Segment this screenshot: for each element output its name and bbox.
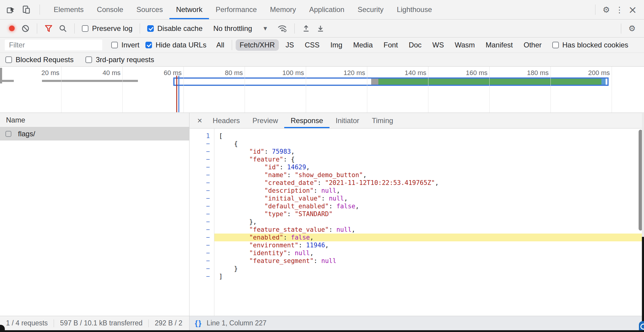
has-blocked-cookies-toggle[interactable]: Has blocked cookies <box>552 41 628 49</box>
detail-tab-initiator[interactable]: Initiator <box>329 113 366 128</box>
clear-button[interactable] <box>21 24 30 33</box>
hide-data-urls-toggle[interactable]: Hide data URLs <box>145 41 206 49</box>
invert-label: Invert <box>121 41 139 49</box>
line-number[interactable]: − <box>189 241 214 249</box>
blocked-requests-checkbox[interactable] <box>5 56 12 63</box>
export-har-icon[interactable] <box>316 24 325 33</box>
third-party-toggle[interactable]: 3rd-party requests <box>85 56 154 64</box>
timeline-label: 60 ms <box>139 69 182 77</box>
detail-tab-timing[interactable]: Timing <box>365 113 399 128</box>
filter-type-other[interactable]: Other <box>520 39 545 51</box>
line-number[interactable]: − <box>189 218 214 226</box>
has-blocked-cookies-checkbox[interactable] <box>552 42 559 48</box>
tab-security[interactable]: Security <box>351 0 390 19</box>
filter-type-js[interactable]: JS <box>282 39 298 51</box>
throttling-dropdown[interactable]: No throttling ▼ <box>208 24 267 33</box>
network-overview-timeline[interactable]: 20 ms40 ms60 ms80 ms100 ms120 ms140 ms16… <box>0 67 644 113</box>
line-number[interactable]: − <box>189 148 214 155</box>
blocked-requests-toggle[interactable]: Blocked Requests <box>5 56 73 64</box>
code-text: "enabled": false, <box>214 234 644 241</box>
status-item: 1 / 4 requests <box>6 319 48 327</box>
search-icon[interactable] <box>59 24 67 33</box>
tab-sources[interactable]: Sources <box>130 0 169 19</box>
filter-type-media[interactable]: Media <box>349 39 377 51</box>
code-text: "name": "show_demo_button", <box>214 171 644 179</box>
line-number[interactable]: − <box>189 171 214 179</box>
invert-checkbox[interactable] <box>111 42 118 48</box>
cursor-position-label: Line 1, Column 227 <box>207 319 266 327</box>
filter-type-ws[interactable]: WS <box>428 39 448 51</box>
filter-type-img[interactable]: Img <box>326 39 346 51</box>
filter-type-font[interactable]: Font <box>380 39 402 51</box>
line-number[interactable]: − <box>189 187 214 195</box>
request-checkbox[interactable] <box>5 131 11 137</box>
window-edge <box>642 237 644 332</box>
close-devtools-icon[interactable]: × <box>626 3 639 16</box>
table-row-flags[interactable]: flags/ <box>0 127 189 140</box>
invert-toggle[interactable]: Invert <box>111 41 139 49</box>
import-har-icon[interactable] <box>302 24 310 33</box>
detail-tab-response[interactable]: Response <box>284 113 329 128</box>
code-line: − "created_date": "2021-11-12T10:22:53.4… <box>189 179 644 187</box>
disable-cache-checkbox[interactable] <box>147 25 154 32</box>
code-text: "identity": null, <box>214 249 644 257</box>
format-braces-icon[interactable]: { } <box>195 319 201 327</box>
settings-gear-icon[interactable]: ⚙ <box>600 3 613 16</box>
hide-data-urls-checkbox[interactable] <box>145 42 152 48</box>
response-body-viewer[interactable]: 1[− {− "id": 75983,− "feature": {− "id":… <box>189 128 644 316</box>
name-column-label: Name <box>6 116 25 124</box>
disable-cache-toggle[interactable]: Disable cache <box>147 24 203 33</box>
tab-memory[interactable]: Memory <box>264 0 303 19</box>
line-number[interactable]: − <box>189 273 214 280</box>
line-number[interactable]: − <box>189 234 214 241</box>
code-line: −] <box>189 273 644 280</box>
line-number[interactable]: − <box>189 210 214 218</box>
line-number[interactable]: − <box>189 249 214 257</box>
tab-performance[interactable]: Performance <box>209 0 263 19</box>
line-number[interactable]: − <box>189 226 214 234</box>
line-number[interactable]: − <box>189 140 214 148</box>
preserve-log-checkbox[interactable] <box>82 25 88 32</box>
filter-toggle-icon[interactable] <box>44 24 53 33</box>
inspect-element-icon[interactable] <box>4 3 17 16</box>
timeline-label: 140 ms <box>383 69 426 77</box>
filter-type-wasm[interactable]: Wasm <box>451 39 479 51</box>
tab-application[interactable]: Application <box>303 0 351 19</box>
timeline-gridline <box>61 67 61 113</box>
tab-console[interactable]: Console <box>90 0 130 19</box>
device-toolbar-icon[interactable] <box>20 3 33 16</box>
more-menu-icon[interactable]: ⋮ <box>613 3 626 16</box>
line-number[interactable]: − <box>189 202 214 210</box>
window-edge <box>0 330 644 332</box>
record-button[interactable] <box>9 26 15 31</box>
close-detail-icon[interactable]: × <box>193 113 206 128</box>
line-number[interactable]: − <box>189 195 214 202</box>
filter-type-doc[interactable]: Doc <box>405 39 425 51</box>
line-number[interactable]: − <box>189 179 214 187</box>
preserve-log-toggle[interactable]: Preserve log <box>82 24 133 33</box>
filter-type-all[interactable]: All <box>212 39 228 51</box>
detail-tab-headers[interactable]: Headers <box>206 113 246 128</box>
detail-tab-preview[interactable]: Preview <box>246 113 284 128</box>
line-number[interactable]: − <box>189 265 214 273</box>
timeline-gridline <box>612 67 612 113</box>
network-settings-gear-icon[interactable]: ⚙ <box>625 22 639 35</box>
code-line: − "id": 14629, <box>189 163 644 171</box>
separator <box>140 23 140 34</box>
line-number[interactable]: − <box>189 163 214 171</box>
name-column-header[interactable]: Name <box>0 113 189 127</box>
filter-type-css[interactable]: CSS <box>301 39 323 51</box>
line-number[interactable]: − <box>189 155 214 163</box>
filter-input[interactable] <box>5 40 102 50</box>
filter-type-fetch-xhr[interactable]: Fetch/XHR <box>236 39 279 51</box>
tab-elements[interactable]: Elements <box>47 0 90 19</box>
third-party-checkbox[interactable] <box>85 56 92 63</box>
line-number[interactable]: − <box>189 257 214 265</box>
filter-type-manifest[interactable]: Manifest <box>482 39 517 51</box>
tab-network[interactable]: Network <box>169 0 209 19</box>
line-number[interactable]: 1 <box>189 132 214 140</box>
code-text: "created_date": "2021-11-12T10:22:53.419… <box>214 179 644 187</box>
throttling-value: No throttling <box>213 24 252 33</box>
network-conditions-icon[interactable] <box>277 24 287 33</box>
tab-lighthouse[interactable]: Lighthouse <box>390 0 438 19</box>
